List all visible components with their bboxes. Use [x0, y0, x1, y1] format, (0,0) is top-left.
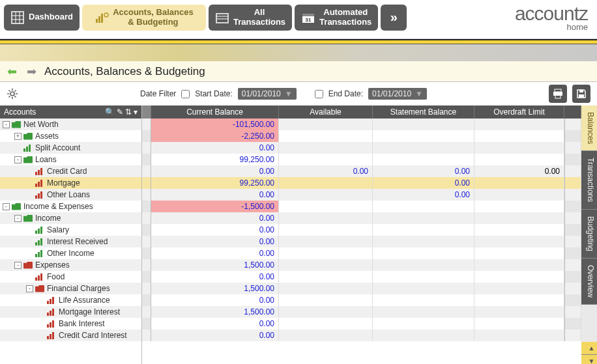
cell-current-balance: 1,500.00 — [151, 306, 279, 318]
table-row[interactable]: 0.00 — [142, 329, 581, 341]
tree-row[interactable]: Credit Card Interest — [0, 329, 141, 341]
table-row[interactable]: 0.00 — [142, 294, 581, 306]
tree-row-label: Net Worth — [23, 120, 59, 129]
accounts-tree[interactable]: -Net Worth+AssetsSplit Account-LoansCred… — [0, 119, 141, 364]
cell-available — [279, 306, 373, 318]
tree-row-label: Other Income — [47, 249, 95, 258]
search-icon[interactable]: 🔍 — [105, 107, 115, 117]
tree-row[interactable]: Credit Card — [0, 165, 141, 177]
tree-row[interactable]: Split Account — [0, 142, 141, 154]
nav-all-transactions[interactable]: All Transactions — [209, 5, 292, 31]
table-row[interactable]: 0.00 — [142, 236, 581, 247]
sort-icon[interactable]: ⇅ — [125, 107, 132, 117]
table-row[interactable]: 0.00 — [142, 224, 581, 236]
tree-row[interactable]: -Financial Charges — [0, 283, 141, 294]
gear-icon[interactable] — [7, 88, 18, 100]
table-row[interactable]: -101,500.00 — [142, 119, 581, 130]
cell-statement-balance — [373, 306, 474, 318]
cell-statement-balance — [373, 329, 474, 341]
tree-row[interactable]: -Income & Expenses — [0, 201, 141, 212]
tree-row[interactable]: -Net Worth — [0, 119, 141, 130]
tree-row[interactable]: -Expenses — [0, 259, 141, 271]
table-row[interactable]: 1,500.00 — [142, 259, 581, 271]
tree-row-label: Credit Card Interest — [59, 331, 127, 340]
table-row[interactable]: -1,500.00 — [142, 201, 581, 212]
sidetab-scroll-up[interactable]: ▲ — [581, 342, 597, 355]
tree-row[interactable]: Mortgage Interest — [0, 306, 141, 318]
sidetab-balances[interactable]: Balances — [581, 105, 597, 151]
cell-available — [279, 283, 373, 294]
table-row[interactable]: 0.000.00 — [142, 189, 581, 201]
table-row[interactable]: 0.00 — [142, 212, 581, 224]
expand-toggle[interactable]: - — [14, 215, 22, 222]
logo-brand: accountz — [515, 3, 588, 25]
nav-back-arrow[interactable]: ⬅ — [5, 65, 18, 78]
table-row[interactable]: 0.000.000.000.00 — [142, 165, 581, 177]
expand-toggle[interactable]: + — [14, 133, 22, 140]
cell-available — [279, 329, 373, 341]
filter-icon[interactable]: ▾ — [134, 107, 138, 117]
cell-statement-balance — [373, 201, 474, 212]
col-current-balance[interactable]: Current Balance — [151, 105, 279, 119]
nav-dashboard[interactable]: Dashboard — [4, 5, 80, 31]
table-row[interactable]: 0.00 — [142, 142, 581, 154]
start-date-label: Start Date: — [195, 89, 232, 98]
list-icon — [215, 10, 229, 25]
table-row[interactable]: -2,250.00 — [142, 130, 581, 142]
cell-available — [279, 130, 373, 142]
table-row[interactable]: 0.00 — [142, 247, 581, 259]
tree-row[interactable]: Other Income — [0, 247, 141, 259]
tree-row[interactable]: +Assets — [0, 130, 141, 142]
tree-row[interactable]: Life Assurance — [0, 294, 141, 306]
cell-current-balance: 99,250.00 — [151, 154, 279, 165]
start-date-checkbox[interactable] — [181, 90, 190, 98]
tree-row[interactable]: Interest Received — [0, 236, 141, 247]
save-button[interactable] — [572, 85, 590, 103]
coins-icon — [95, 10, 109, 25]
svg-rect-10 — [555, 89, 561, 92]
tree-row[interactable]: -Income — [0, 212, 141, 224]
tree-row[interactable]: Salary — [0, 224, 141, 236]
cell-statement-balance — [373, 247, 474, 259]
table-body[interactable]: -101,500.00-2,250.000.0099,250.000.000.0… — [142, 119, 581, 364]
table-row[interactable]: 99,250.000.00 — [142, 177, 581, 189]
col-available[interactable]: Available — [279, 105, 373, 119]
table-row[interactable]: 1,500.00 — [142, 283, 581, 294]
tree-row[interactable]: Mortgage — [0, 177, 141, 189]
nav-forward-arrow[interactable]: ➡ — [25, 65, 38, 78]
grid-icon — [10, 10, 25, 25]
table-row[interactable]: 1,500.00 — [142, 306, 581, 318]
nav-all-tx-label: All Transactions — [233, 8, 285, 27]
col-gap — [142, 105, 151, 119]
expand-toggle[interactable]: - — [14, 156, 22, 163]
tree-row[interactable]: Food — [0, 271, 141, 283]
svg-rect-3 — [101, 14, 103, 23]
tree-row[interactable]: Other Loans — [0, 189, 141, 201]
expand-toggle[interactable]: - — [3, 203, 10, 210]
table-row[interactable]: 0.00 — [142, 271, 581, 283]
nav-more[interactable]: » — [381, 5, 407, 31]
cell-current-balance: 0.00 — [151, 294, 279, 306]
table-row[interactable]: 99,250.00 — [142, 154, 581, 165]
end-date-field[interactable]: 01/01/2010 ▼ — [368, 88, 427, 100]
sidetab-scroll-down[interactable]: ▼ — [581, 355, 597, 364]
cell-current-balance: 99,250.00 — [151, 177, 279, 189]
col-statement-balance[interactable]: Statement Balance — [373, 105, 474, 119]
table-row[interactable]: 0.00 — [142, 318, 581, 329]
sidetab-overview[interactable]: Overview — [581, 259, 597, 305]
start-date-field[interactable]: 01/01/2010 ▼ — [238, 88, 297, 100]
edit-icon[interactable]: ✎ — [117, 107, 123, 117]
cell-current-balance: 0.00 — [151, 224, 279, 236]
expand-toggle[interactable]: - — [14, 262, 22, 269]
print-button[interactable] — [549, 85, 567, 103]
col-overdraft-limit[interactable]: Overdraft Limit — [474, 105, 564, 119]
sidetab-budgeting[interactable]: Budgeting — [581, 210, 597, 259]
tree-row[interactable]: Bank Interest — [0, 318, 141, 329]
expand-toggle[interactable]: - — [3, 121, 10, 128]
sidetab-transactions[interactable]: Transactions — [581, 151, 597, 209]
nav-accounts[interactable]: Accounts, Balances & Budgeting — [82, 5, 206, 31]
nav-automated-transactions[interactable]: 31 Automated Transactions — [295, 5, 378, 31]
end-date-checkbox[interactable] — [315, 90, 323, 98]
expand-toggle[interactable]: - — [26, 285, 33, 292]
tree-row[interactable]: -Loans — [0, 154, 141, 165]
